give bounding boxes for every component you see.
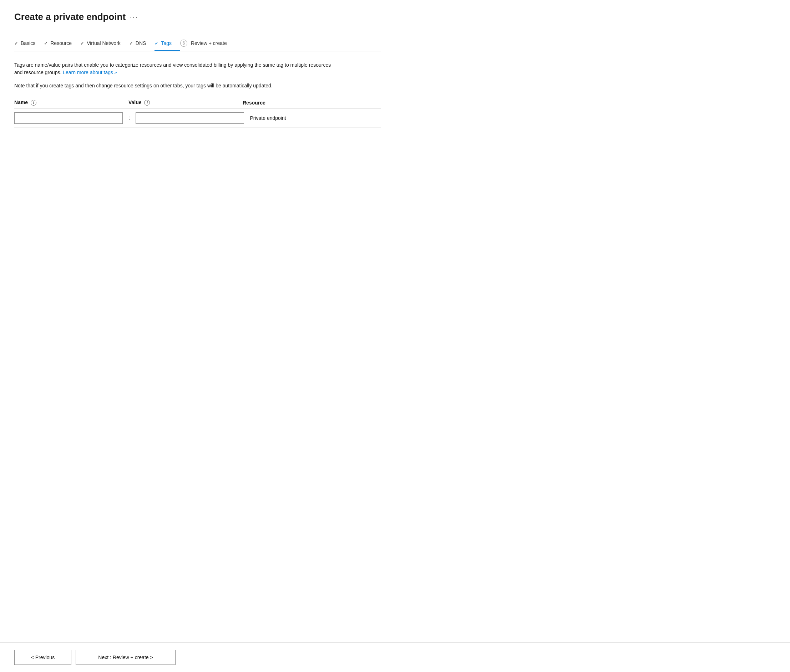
- tags-table: Name i Value i Resource : Private endpoi…: [14, 99, 381, 128]
- tab-basics[interactable]: ✓ Basics: [14, 36, 44, 50]
- tab-dns[interactable]: ✓ DNS: [129, 36, 155, 50]
- learn-more-text: Learn more about tags: [63, 70, 113, 75]
- tab-review-create[interactable]: 6 Review + create: [180, 35, 236, 51]
- tab-resource[interactable]: ✓ Resource: [44, 36, 80, 50]
- table-row: : Private endpoint: [14, 109, 381, 128]
- tab-virtual-network[interactable]: ✓ Virtual Network: [80, 36, 129, 50]
- tabs-row: ✓ Basics ✓ Resource ✓ Virtual Network ✓ …: [14, 35, 381, 51]
- check-icon-resource: ✓: [44, 40, 48, 46]
- tab-review-create-badge: 6: [180, 40, 187, 47]
- tab-dns-label: DNS: [136, 40, 146, 46]
- page-title-row: Create a private endpoint ···: [14, 11, 381, 22]
- tab-virtual-network-label: Virtual Network: [87, 40, 120, 46]
- value-input-cell: [136, 112, 250, 124]
- title-ellipsis: ···: [130, 13, 138, 21]
- tab-tags[interactable]: ✓ Tags: [154, 36, 180, 50]
- description-text: Tags are name/value pairs that enable yo…: [14, 61, 335, 76]
- col-resource-label: Resource: [243, 100, 266, 106]
- note-text: Note that if you create tags and then ch…: [14, 82, 335, 90]
- check-icon-tags: ✓: [154, 40, 159, 46]
- separator: :: [128, 115, 130, 121]
- tag-value-input[interactable]: [136, 112, 244, 124]
- tab-resource-label: Resource: [50, 40, 72, 46]
- page-title: Create a private endpoint: [14, 11, 126, 22]
- resource-value: Private endpoint: [250, 115, 286, 121]
- tags-table-header: Name i Value i Resource: [14, 99, 381, 109]
- name-info-icon[interactable]: i: [31, 100, 37, 106]
- resource-cell: Private endpoint: [250, 115, 381, 121]
- page-container: Create a private endpoint ··· ✓ Basics ✓…: [0, 0, 395, 314]
- col-value-header: Value i: [128, 99, 243, 106]
- tab-basics-label: Basics: [21, 40, 35, 46]
- tab-review-create-label: Review + create: [191, 40, 227, 46]
- col-resource-header: Resource: [243, 100, 381, 106]
- name-input-cell: [14, 112, 128, 124]
- description-content: Tags are name/value pairs that enable yo…: [14, 62, 331, 75]
- tab-tags-label: Tags: [161, 40, 171, 46]
- external-link-icon: ↗: [114, 70, 117, 75]
- check-icon-virtual-network: ✓: [80, 40, 85, 46]
- col-name-header: Name i: [14, 99, 128, 106]
- check-icon-basics: ✓: [14, 40, 19, 46]
- col-value-label: Value: [128, 99, 142, 105]
- learn-more-link[interactable]: Learn more about tags↗: [63, 70, 117, 75]
- tag-name-input[interactable]: [14, 112, 123, 124]
- value-info-icon[interactable]: i: [144, 100, 150, 106]
- check-icon-dns: ✓: [129, 40, 133, 46]
- col-name-label: Name: [14, 99, 28, 105]
